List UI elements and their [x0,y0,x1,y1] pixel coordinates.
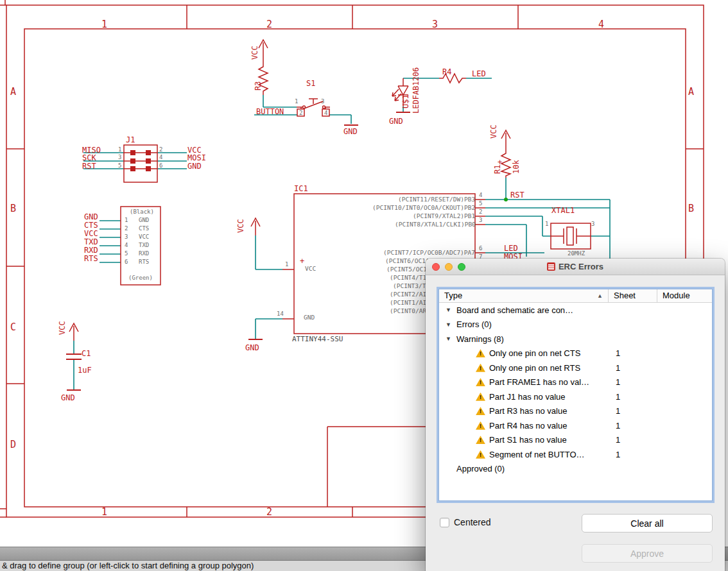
schematic-label: ATTINY44-SSU [292,336,343,343]
schematic-label: TXD [84,238,98,246]
schematic-label: 1 [118,147,121,153]
schematic-label: 5 [125,251,128,257]
schematic-label: 6 [159,163,162,169]
schematic-label: U$1 [402,94,410,108]
frame-column-label: 3 [432,20,438,30]
schematic-label: XTAL1 [551,207,575,214]
schematic-label: 4 [324,110,327,116]
frame-row-label: A [688,87,694,97]
schematic-label: TXD [139,243,149,248]
erc-warning-text: Part FRAME1 has no val… [489,377,589,387]
frame-row-label: D [10,440,16,450]
warning-icon: ! [476,364,485,372]
column-header-sheet-label: Sheet [614,291,636,300]
column-header-sheet[interactable]: Sheet [608,289,657,302]
erc-warning-text: Only one pin on net RTS [489,363,580,373]
schematic-label: LEDFAB1206 [412,67,420,114]
erc-warning-text: Part S1 has no value [489,435,567,445]
erc-warning-cell: !Part R4 has no value [439,421,608,430]
erc-warning-row[interactable]: !Part R4 has no value1 [439,418,712,433]
schematic-label: RTS [84,255,98,262]
erc-group-cell: Approved (0) [439,464,608,473]
schematic-label: 3 [118,155,121,160]
frame-row-label: B [10,204,16,214]
schematic-label: 1 [295,99,298,105]
schematic-label: CTS [139,226,149,232]
approve-button[interactable]: Approve [582,544,713,563]
erc-warning-row[interactable]: !Only one pin on net CTS1 [439,346,712,361]
erc-warning-row[interactable]: !Part R3 has no value1 [439,404,712,419]
erc-warning-cell: !Only one pin on net RTS [439,363,608,373]
erc-warning-text: Part R3 has no value [489,406,567,416]
erc-group-row[interactable]: ▼Errors (0) [439,318,712,332]
warning-icon: ! [476,378,485,386]
schematic-label: 10k [512,160,520,174]
erc-table[interactable]: Type ▲ Sheet Module ▼Board and schematic… [438,289,713,501]
erc-sheet-cell: 1 [608,392,657,402]
schematic-label: RST [510,191,524,199]
disclosure-triangle-icon[interactable]: ▼ [446,321,453,328]
schematic-label: 1uF [78,366,92,374]
disclosure-triangle-icon[interactable]: ▼ [446,336,453,342]
window-titlebar[interactable]: ERC Errors [426,259,725,275]
schematic-label: (PCINT2/AIN [390,291,430,298]
erc-warning-row[interactable]: !Only one pin on net RTS1 [439,361,712,375]
schematic-label: + [498,158,502,166]
erc-dialog-body: Type ▲ Sheet Module ▼Board and schematic… [426,275,725,571]
frame-column-label: 2 [266,20,272,30]
schematic-label: (PCINT3/T [393,283,426,289]
schematic-label: VCC [305,266,316,272]
frame-row-label: B [688,204,694,214]
zoom-button[interactable] [458,263,465,271]
erc-warning-text: Part R4 has no value [489,421,567,430]
erc-group-row[interactable]: ▼Board and schematic are con… [439,303,712,318]
erc-warning-cell: !Part FRAME1 has no val… [439,377,608,387]
erc-group-row[interactable]: Approved (0) [439,462,712,477]
erc-warning-row[interactable]: !Part J1 has no value1 [439,389,712,404]
erc-group-cell: ▼Warnings (8) [439,334,608,344]
schematic-label: R4 [442,68,451,76]
schematic-label: BUTTON [256,108,284,115]
frame-column-label: 2 [266,507,272,517]
schematic-label: GND [343,128,358,135]
minimize-button[interactable] [445,263,453,271]
warning-icon: ! [476,436,485,444]
warning-icon: ! [476,450,485,459]
schematic-label: VCC [139,234,149,240]
schematic-label: LED [472,70,486,78]
schematic-label: 3 [125,234,128,240]
schematic-label: (PCINT11/RESET/DW)PB3 [398,196,475,203]
close-button[interactable] [432,263,440,271]
erc-sheet-cell: 1 [608,435,657,445]
column-header-module[interactable]: Module [657,289,713,302]
erc-warning-row[interactable]: !Part FRAME1 has no val…1 [439,375,712,390]
schematic-label: 3 [321,99,324,105]
column-header-type[interactable]: Type ▲ [439,289,608,302]
schematic-label: (PCINT9/XTAL2)PB1 [413,213,475,219]
schematic-label: GND [304,314,315,321]
schematic-label: (PCINT7/ICP/OC0B/ADC7)PA7 [383,250,475,256]
schematic-label: RTS [139,259,149,265]
schematic-label: S1 [306,80,315,87]
erc-warning-row[interactable]: !Part S1 has no value1 [439,433,712,448]
schematic-label: 6 [479,246,482,251]
clear-all-button[interactable]: Clear all [582,514,713,533]
erc-warning-cell: !Part R3 has no value [439,406,608,416]
erc-group-cell: ▼Errors (0) [439,320,608,329]
schematic-label: 3 [591,221,594,227]
centered-checkbox[interactable] [440,518,449,527]
schematic-label: VCC [58,321,66,335]
erc-warning-text: Only one pin on net CTS [489,348,580,358]
schematic-label: (PCINT0/ARE [390,308,430,314]
erc-warning-row[interactable]: !Segment of net BUTTO…1 [439,447,712,462]
erc-group-row[interactable]: ▼Warnings (8) [439,332,712,346]
erc-warning-cell: !Segment of net BUTTO… [439,450,608,459]
erc-sheet-cell: 1 [608,450,657,459]
schematic-label: 4 [479,192,482,198]
schematic-label: (PCINT1/AIN [390,300,430,306]
schematic-label: VCC [84,230,98,237]
disclosure-triangle-icon[interactable]: ▼ [446,307,453,313]
schematic-label: GND [139,217,149,223]
erc-warning-text: Part J1 has no value [489,392,566,402]
schematic-label: VCC [490,124,498,139]
